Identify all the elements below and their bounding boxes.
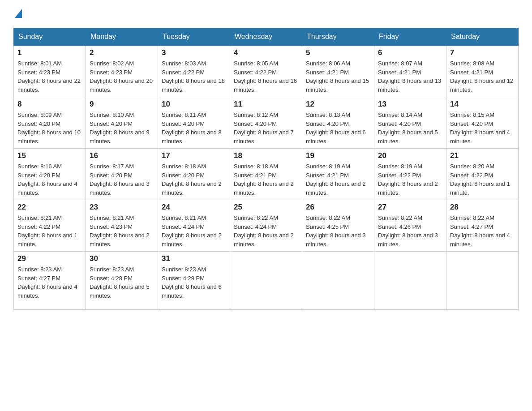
calendar-table: SundayMondayTuesdayWednesdayThursdayFrid… [13,28,519,310]
calendar-week-row: 8 Sunrise: 8:09 AMSunset: 4:20 PMDayligh… [14,97,519,149]
calendar-week-row: 22 Sunrise: 8:21 AMSunset: 4:22 PMDaylig… [14,200,519,252]
day-info: Sunrise: 8:06 AMSunset: 4:21 PMDaylight:… [306,60,369,93]
day-info: Sunrise: 8:07 AMSunset: 4:21 PMDaylight:… [378,60,441,93]
day-info: Sunrise: 8:18 AMSunset: 4:20 PMDaylight:… [162,163,222,196]
calendar-day-cell: 9 Sunrise: 8:10 AMSunset: 4:20 PMDayligh… [86,97,158,149]
day-info: Sunrise: 8:21 AMSunset: 4:22 PMDaylight:… [17,214,77,248]
calendar-day-cell: 17 Sunrise: 8:18 AMSunset: 4:20 PMDaylig… [158,149,230,200]
logo [13,9,22,19]
day-info: Sunrise: 8:22 AMSunset: 4:25 PMDaylight:… [306,214,366,248]
day-info: Sunrise: 8:22 AMSunset: 4:26 PMDaylight:… [378,214,438,248]
day-number: 8 [17,100,82,109]
calendar-day-cell: 5 Sunrise: 8:06 AMSunset: 4:21 PMDayligh… [302,46,374,97]
calendar-day-cell: 29 Sunrise: 8:23 AMSunset: 4:27 PMDaylig… [14,252,86,310]
day-number: 20 [378,151,442,160]
day-info: Sunrise: 8:10 AMSunset: 4:20 PMDaylight:… [90,111,150,145]
calendar-day-cell: 30 Sunrise: 8:23 AMSunset: 4:28 PMDaylig… [86,252,158,310]
calendar-day-cell: 18 Sunrise: 8:18 AMSunset: 4:21 PMDaylig… [230,149,302,200]
page-header [13,9,519,19]
calendar-day-cell: 27 Sunrise: 8:22 AMSunset: 4:26 PMDaylig… [374,200,446,252]
calendar-day-cell: 16 Sunrise: 8:17 AMSunset: 4:20 PMDaylig… [86,149,158,200]
day-info: Sunrise: 8:23 AMSunset: 4:28 PMDaylight:… [90,266,150,299]
day-number: 21 [450,151,515,160]
calendar-day-cell [302,252,374,310]
day-number: 13 [378,100,442,109]
day-info: Sunrise: 8:22 AMSunset: 4:27 PMDaylight:… [450,214,510,248]
day-number: 16 [90,151,154,160]
calendar-week-row: 29 Sunrise: 8:23 AMSunset: 4:27 PMDaylig… [14,252,519,310]
day-number: 10 [162,100,226,109]
day-info: Sunrise: 8:05 AMSunset: 4:22 PMDaylight:… [234,60,297,93]
day-number: 19 [306,151,370,160]
day-info: Sunrise: 8:23 AMSunset: 4:29 PMDaylight:… [162,266,222,299]
calendar-week-row: 1 Sunrise: 8:01 AMSunset: 4:23 PMDayligh… [14,46,519,97]
calendar-day-cell: 24 Sunrise: 8:21 AMSunset: 4:24 PMDaylig… [158,200,230,252]
day-info: Sunrise: 8:11 AMSunset: 4:20 PMDaylight:… [162,111,222,145]
day-number: 23 [90,203,154,212]
day-info: Sunrise: 8:17 AMSunset: 4:20 PMDaylight:… [90,163,150,196]
calendar-header-row: SundayMondayTuesdayWednesdayThursdayFrid… [14,28,519,46]
day-number: 6 [378,48,442,57]
day-info: Sunrise: 8:02 AMSunset: 4:23 PMDaylight:… [90,60,153,93]
day-of-week-header: Saturday [446,28,519,46]
calendar-day-cell: 22 Sunrise: 8:21 AMSunset: 4:22 PMDaylig… [14,200,86,252]
day-info: Sunrise: 8:22 AMSunset: 4:24 PMDaylight:… [234,214,294,248]
day-of-week-header: Tuesday [158,28,230,46]
day-of-week-header: Thursday [302,28,374,46]
day-of-week-header: Sunday [14,28,86,46]
logo-triangle-icon [15,9,22,18]
calendar-day-cell: 7 Sunrise: 8:08 AMSunset: 4:21 PMDayligh… [446,46,519,97]
day-info: Sunrise: 8:09 AMSunset: 4:20 PMDaylight:… [17,111,81,145]
day-of-week-header: Monday [86,28,158,46]
calendar-week-row: 15 Sunrise: 8:16 AMSunset: 4:20 PMDaylig… [14,149,519,200]
calendar-day-cell: 12 Sunrise: 8:13 AMSunset: 4:20 PMDaylig… [302,97,374,149]
day-number: 3 [162,48,226,57]
day-number: 29 [17,254,82,263]
calendar-day-cell: 19 Sunrise: 8:19 AMSunset: 4:21 PMDaylig… [302,149,374,200]
day-of-week-header: Wednesday [230,28,302,46]
day-number: 5 [306,48,370,57]
day-info: Sunrise: 8:19 AMSunset: 4:21 PMDaylight:… [306,163,366,196]
day-info: Sunrise: 8:03 AMSunset: 4:22 PMDaylight:… [162,60,225,93]
calendar-day-cell: 4 Sunrise: 8:05 AMSunset: 4:22 PMDayligh… [230,46,302,97]
calendar-day-cell: 21 Sunrise: 8:20 AMSunset: 4:22 PMDaylig… [446,149,519,200]
calendar-day-cell: 2 Sunrise: 8:02 AMSunset: 4:23 PMDayligh… [86,46,158,97]
calendar-day-cell: 25 Sunrise: 8:22 AMSunset: 4:24 PMDaylig… [230,200,302,252]
day-number: 4 [234,48,298,57]
calendar-day-cell: 6 Sunrise: 8:07 AMSunset: 4:21 PMDayligh… [374,46,446,97]
day-number: 11 [234,100,298,109]
day-number: 31 [162,254,226,263]
day-number: 26 [306,203,370,212]
day-info: Sunrise: 8:20 AMSunset: 4:22 PMDaylight:… [450,163,510,196]
day-info: Sunrise: 8:21 AMSunset: 4:24 PMDaylight:… [162,214,222,248]
day-info: Sunrise: 8:18 AMSunset: 4:21 PMDaylight:… [234,163,294,196]
day-info: Sunrise: 8:13 AMSunset: 4:20 PMDaylight:… [306,111,366,145]
calendar-day-cell: 20 Sunrise: 8:19 AMSunset: 4:22 PMDaylig… [374,149,446,200]
day-number: 27 [378,203,442,212]
day-info: Sunrise: 8:15 AMSunset: 4:20 PMDaylight:… [450,111,510,145]
day-number: 18 [234,151,298,160]
calendar-day-cell: 1 Sunrise: 8:01 AMSunset: 4:23 PMDayligh… [14,46,86,97]
day-number: 9 [90,100,154,109]
calendar-day-cell: 10 Sunrise: 8:11 AMSunset: 4:20 PMDaylig… [158,97,230,149]
day-number: 30 [90,254,154,263]
day-number: 17 [162,151,226,160]
day-number: 25 [234,203,298,212]
day-info: Sunrise: 8:12 AMSunset: 4:20 PMDaylight:… [234,111,294,145]
day-info: Sunrise: 8:23 AMSunset: 4:27 PMDaylight:… [17,266,77,299]
day-info: Sunrise: 8:08 AMSunset: 4:21 PMDaylight:… [450,60,513,93]
calendar-day-cell: 3 Sunrise: 8:03 AMSunset: 4:22 PMDayligh… [158,46,230,97]
calendar-day-cell: 11 Sunrise: 8:12 AMSunset: 4:20 PMDaylig… [230,97,302,149]
day-number: 7 [450,48,515,57]
day-info: Sunrise: 8:21 AMSunset: 4:23 PMDaylight:… [90,214,150,248]
day-info: Sunrise: 8:16 AMSunset: 4:20 PMDaylight:… [17,163,77,196]
calendar-day-cell [446,252,519,310]
day-number: 2 [90,48,154,57]
calendar-day-cell: 13 Sunrise: 8:14 AMSunset: 4:20 PMDaylig… [374,97,446,149]
day-info: Sunrise: 8:19 AMSunset: 4:22 PMDaylight:… [378,163,438,196]
calendar-day-cell: 31 Sunrise: 8:23 AMSunset: 4:29 PMDaylig… [158,252,230,310]
day-number: 14 [450,100,515,109]
day-number: 24 [162,203,226,212]
calendar-day-cell: 26 Sunrise: 8:22 AMSunset: 4:25 PMDaylig… [302,200,374,252]
day-of-week-header: Friday [374,28,446,46]
